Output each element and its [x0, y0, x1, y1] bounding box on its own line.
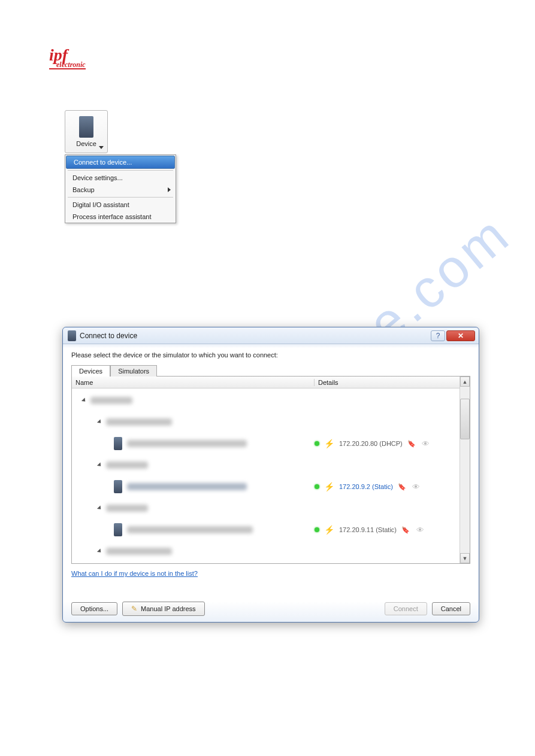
- dialog-titlebar[interactable]: Connect to device ? ✕: [63, 327, 479, 344]
- dialog-prompt: Please select the device or the simulato…: [71, 351, 470, 359]
- bookmark-icon[interactable]: 🔖: [398, 483, 406, 491]
- status-led-icon: [315, 484, 319, 489]
- scroll-down-icon[interactable]: ▼: [460, 553, 470, 563]
- server-icon: [114, 437, 122, 450]
- server-icon: [79, 116, 93, 138]
- status-led-icon: [315, 441, 319, 446]
- tree-subgroup[interactable]: [72, 411, 460, 433]
- blurred-label: [106, 505, 148, 512]
- blurred-label: [127, 483, 247, 490]
- scroll-up-icon[interactable]: ▲: [460, 377, 470, 387]
- status-led-icon: [315, 527, 319, 532]
- connect-dialog: Connect to device ? ✕ Please select the …: [62, 327, 479, 623]
- expand-icon: [97, 548, 102, 554]
- bookmark-icon[interactable]: 🔖: [407, 440, 416, 448]
- menu-item-backup[interactable]: Backup: [65, 184, 176, 196]
- server-icon: [114, 523, 122, 536]
- logo-sub: electronic: [56, 61, 86, 68]
- menu-item-settings[interactable]: Device settings...: [65, 172, 176, 184]
- manual-ip-button[interactable]: ✎ Manual IP address: [122, 602, 205, 616]
- menu-item-backup-label: Backup: [72, 186, 95, 193]
- expand-icon: [97, 462, 102, 467]
- menu-item-process-interface[interactable]: Process interface assistant: [65, 211, 176, 223]
- manual-ip-label: Manual IP address: [141, 605, 196, 612]
- blurred-label: [127, 440, 247, 447]
- menu-separator: [68, 197, 173, 198]
- tab-simulators[interactable]: Simulators: [110, 365, 157, 377]
- expand-icon: [81, 397, 87, 403]
- device-ip: 172.20.9.2 (Static): [339, 483, 393, 490]
- col-details[interactable]: Details: [315, 379, 460, 386]
- menu-item-connect[interactable]: Connect to device...: [66, 156, 175, 169]
- options-button[interactable]: Options...: [71, 602, 117, 615]
- connect-button[interactable]: Connect: [385, 602, 427, 615]
- device-button[interactable]: Device: [65, 110, 108, 153]
- expand-icon: [97, 419, 102, 424]
- blurred-label: [106, 418, 172, 426]
- device-button-label: Device: [76, 140, 96, 147]
- tree-subgroup[interactable]: [72, 454, 460, 476]
- help-link-row: What can I do if my device is not in the…: [71, 570, 470, 577]
- menu-item-digital-io[interactable]: Digital I/O assistant: [65, 199, 176, 211]
- eye-icon[interactable]: 👁: [415, 526, 425, 535]
- help-link[interactable]: What can I do if my device is not in the…: [71, 570, 198, 577]
- tree-subgroup[interactable]: [72, 541, 460, 562]
- scroll-thumb[interactable]: [460, 399, 470, 439]
- device-row[interactable]: ⚡ 172.20.20.80 (DHCP) 🔖 👁: [72, 433, 460, 454]
- dialog-title: Connect to device: [80, 332, 137, 340]
- blurred-label: [90, 397, 132, 404]
- cancel-button[interactable]: Cancel: [432, 602, 470, 615]
- blurred-label: [127, 526, 253, 533]
- menu-separator: [68, 170, 173, 171]
- tab-devices[interactable]: Devices: [71, 365, 110, 377]
- blurred-label: [106, 548, 172, 555]
- scrollbar[interactable]: ▲ ▼: [460, 377, 470, 563]
- eye-icon[interactable]: 👁: [411, 482, 422, 491]
- brand-logo: ipf electronic: [49, 47, 86, 69]
- device-menu: Connect to device... Device settings... …: [65, 154, 176, 223]
- tree-subgroup[interactable]: [72, 497, 460, 519]
- plug-icon: ⚡: [324, 482, 334, 491]
- tree-group[interactable]: [72, 390, 460, 411]
- device-row[interactable]: ⚡ 172.20.9.11 (Static) 🔖 👁: [72, 519, 460, 541]
- device-grid: Name Details: [71, 376, 470, 564]
- device-row[interactable]: ⚡ 172.20.9.2 (Static) 🔖 👁: [72, 476, 460, 497]
- plug-icon: ⚡: [324, 439, 334, 448]
- eye-icon[interactable]: 👁: [421, 439, 431, 448]
- help-button[interactable]: ?: [431, 330, 445, 341]
- device-ip: 172.20.9.11 (Static): [339, 526, 397, 533]
- grid-header: Name Details: [72, 377, 460, 388]
- dialog-tabs: Devices Simulators: [71, 365, 470, 376]
- blurred-label: [106, 462, 148, 469]
- plug-icon: ⚡: [324, 525, 334, 535]
- bookmark-icon[interactable]: 🔖: [401, 526, 410, 534]
- device-ip: 172.20.20.80 (DHCP): [339, 440, 403, 447]
- server-icon: [114, 480, 122, 493]
- pencil-icon: ✎: [131, 605, 137, 613]
- col-name[interactable]: Name: [72, 379, 315, 386]
- submenu-arrow-icon: [168, 187, 171, 192]
- server-icon: [68, 330, 76, 341]
- close-button[interactable]: ✕: [446, 330, 475, 341]
- chevron-down-icon: [99, 146, 104, 149]
- expand-icon: [97, 505, 102, 511]
- dialog-button-row: Options... ✎ Manual IP address Connect C…: [71, 593, 470, 616]
